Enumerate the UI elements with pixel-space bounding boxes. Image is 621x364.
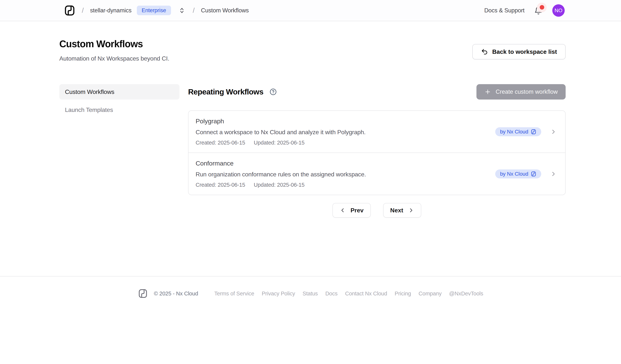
workflow-title: Polygraph <box>196 118 495 125</box>
footer-link-terms[interactable]: Terms of Service <box>214 290 254 297</box>
workflow-list: Polygraph Connect a workspace to Nx Clou… <box>188 111 566 195</box>
back-button-label: Back to workspace list <box>492 48 557 55</box>
pagination: Prev Next <box>188 203 566 218</box>
page-header: Custom Workflows Automation of Nx Worksp… <box>59 38 566 62</box>
footer-link-nxdevtools[interactable]: @NxDevTools <box>449 290 483 297</box>
workflow-info: Conformance Run organization conformance… <box>196 160 495 188</box>
badge-label: by Nx Cloud <box>500 129 528 135</box>
nx-logo-icon[interactable] <box>64 5 75 16</box>
section-title-group: Repeating Workflows <box>188 88 277 96</box>
chevron-right-icon[interactable] <box>550 171 557 177</box>
copyright-text: © 2025 - Nx Cloud <box>154 290 198 297</box>
chevron-right-icon <box>408 207 414 213</box>
chevron-right-icon[interactable] <box>550 128 557 135</box>
footer-link-pricing[interactable]: Pricing <box>395 290 411 297</box>
sidebar-item-custom-workflows[interactable]: Custom Workflows <box>59 84 179 99</box>
nx-logo-icon <box>138 288 148 299</box>
top-nav: / stellar-dynamics Enterprise / Custom W… <box>0 0 621 21</box>
header-actions: Docs & Support NO <box>484 4 565 17</box>
sidebar-item-label: Launch Templates <box>65 107 113 113</box>
footer: © 2025 - Nx Cloud Terms of Service Priva… <box>0 276 621 299</box>
by-nx-cloud-badge: by Nx Cloud <box>495 127 541 136</box>
workflow-created: Created: 2025-06-15 <box>196 182 245 188</box>
workflow-row-actions: by Nx Cloud <box>495 127 558 136</box>
breadcrumb-separator: / <box>193 7 195 15</box>
footer-link-contact[interactable]: Contact Nx Cloud <box>345 290 387 297</box>
nx-logo-icon <box>531 129 536 135</box>
footer-link-company[interactable]: Company <box>418 290 442 297</box>
footer-link-docs[interactable]: Docs <box>325 290 338 297</box>
notification-dot <box>540 5 544 10</box>
avatar[interactable]: NO <box>552 4 565 17</box>
sidebar-item-label: Custom Workflows <box>65 88 114 95</box>
page-content: Custom Workflows Automation of Nx Worksp… <box>59 38 566 218</box>
chevrons-up-down-icon <box>178 7 186 14</box>
badge-label: by Nx Cloud <box>500 171 528 177</box>
footer-row: © 2025 - Nx Cloud Terms of Service Priva… <box>0 276 621 299</box>
next-label: Next <box>390 207 403 214</box>
undo-arrow-icon <box>481 48 488 55</box>
page-header-text: Custom Workflows Automation of Nx Worksp… <box>59 38 169 62</box>
workflow-info: Polygraph Connect a workspace to Nx Clou… <box>196 118 495 146</box>
footer-links: Terms of Service Privacy Policy Status D… <box>214 290 483 297</box>
footer-link-privacy[interactable]: Privacy Policy <box>262 290 295 297</box>
chevron-left-icon <box>340 207 345 213</box>
workflow-row-actions: by Nx Cloud <box>495 169 558 178</box>
content-columns: Custom Workflows Launch Templates Repeat… <box>59 84 566 218</box>
plan-badge: Enterprise <box>137 6 171 15</box>
workflow-meta: Created: 2025-06-15 Updated: 2025-06-15 <box>196 140 495 146</box>
section-title: Repeating Workflows <box>188 88 263 96</box>
workflow-description: Connect a workspace to Nx Cloud and anal… <box>196 129 495 136</box>
prev-page-button[interactable]: Prev <box>332 203 371 218</box>
create-custom-workflow-button[interactable]: Create custom workflow <box>476 84 566 99</box>
workflows-sidebar: Custom Workflows Launch Templates <box>59 84 179 218</box>
by-nx-cloud-badge: by Nx Cloud <box>495 169 541 178</box>
create-button-label: Create custom workflow <box>496 88 558 95</box>
workflow-updated: Updated: 2025-06-15 <box>254 182 305 188</box>
avatar-initials: NO <box>554 7 562 14</box>
notifications-button[interactable] <box>533 5 544 16</box>
help-button[interactable] <box>269 88 277 95</box>
breadcrumb-page[interactable]: Custom Workflows <box>201 7 249 14</box>
section-header: Repeating Workflows <box>188 84 566 99</box>
breadcrumb: / stellar-dynamics Enterprise / Custom W… <box>64 5 249 16</box>
workflow-title: Conformance <box>196 160 495 167</box>
repeating-workflows-section: Repeating Workflows <box>188 84 566 218</box>
docs-support-link[interactable]: Docs & Support <box>484 7 524 14</box>
workspace-switcher-button[interactable] <box>177 6 186 15</box>
next-page-button[interactable]: Next <box>383 203 421 218</box>
plus-icon <box>484 88 491 95</box>
breadcrumb-separator: / <box>82 7 84 15</box>
workflow-meta: Created: 2025-06-15 Updated: 2025-06-15 <box>196 182 495 188</box>
footer-link-status[interactable]: Status <box>303 290 318 297</box>
back-to-workspace-list-button[interactable]: Back to workspace list <box>472 44 566 59</box>
workflow-updated: Updated: 2025-06-15 <box>254 140 305 146</box>
page-subtitle: Automation of Nx Workspaces beyond CI. <box>59 55 169 62</box>
page-title: Custom Workflows <box>59 38 169 49</box>
nx-logo-icon <box>531 171 536 177</box>
breadcrumb-workspace[interactable]: stellar-dynamics <box>90 7 132 14</box>
workflow-created: Created: 2025-06-15 <box>196 140 245 146</box>
workflow-row-conformance[interactable]: Conformance Run organization conformance… <box>189 153 565 195</box>
sidebar-item-launch-templates[interactable]: Launch Templates <box>59 102 179 118</box>
help-circle-icon <box>269 88 277 95</box>
prev-label: Prev <box>350 207 363 214</box>
workflow-row-polygraph[interactable]: Polygraph Connect a workspace to Nx Clou… <box>189 111 565 153</box>
workflow-description: Run organization conformance rules on th… <box>196 171 495 178</box>
